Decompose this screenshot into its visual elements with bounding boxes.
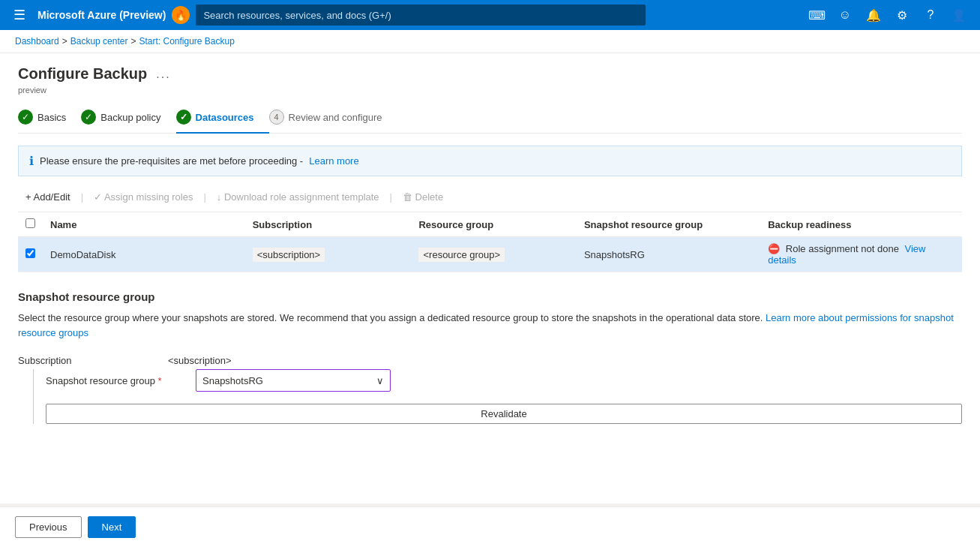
breadcrumb: Dashboard > Backup center > Start: Confi… (0, 30, 980, 53)
info-banner: ℹ Please ensure the pre-requisites are m… (18, 146, 962, 176)
breadcrumb-configure-backup[interactable]: Start: Configure Backup (139, 36, 234, 47)
required-indicator: * (158, 375, 162, 386)
cell-br: ⛔ Role assignment not done View details (760, 237, 962, 272)
assign-missing-roles-button[interactable]: ✓ Assign missing roles (86, 188, 200, 206)
backup-readiness-text: Role assignment not done (786, 243, 899, 254)
info-icon: ℹ (29, 154, 34, 168)
form-nested: Snapshot resource group * SnapshotsRG ∨ … (33, 369, 962, 424)
account-icon[interactable]: 👤 (946, 2, 973, 29)
step-backup-policy[interactable]: ✓ Backup policy (81, 104, 175, 134)
top-navigation: ☰ Microsoft Azure (Preview) 🔥 ⌨ ☺ 🔔 ⚙ ? … (0, 0, 980, 30)
col-header-name: Name (43, 212, 245, 237)
fire-icon: 🔥 (172, 6, 190, 24)
subscription-value: <subscription> (253, 248, 325, 262)
breadcrumb-backup-center[interactable]: Backup center (70, 36, 128, 47)
feedback-icon[interactable]: ☺ (832, 2, 859, 29)
cell-srg: SnapshotsRG (577, 237, 760, 272)
row-checkbox[interactable] (25, 248, 35, 258)
breadcrumb-sep2: > (130, 36, 136, 47)
search-input[interactable] (196, 5, 646, 26)
download-template-button[interactable]: ↓ Download role assignment template (209, 188, 387, 206)
nav-icons: ⌨ ☺ 🔔 ⚙ ? 👤 (803, 2, 973, 29)
page-title: Configure Backup (18, 65, 147, 83)
learn-more-link[interactable]: Learn more (309, 155, 358, 167)
step-basics[interactable]: ✓ Basics (18, 104, 81, 134)
table-row: DemoDataDisk <subscription> <resource gr… (18, 237, 962, 272)
col-header-srg: Snapshot resource group (577, 212, 760, 237)
toolbar-sep3: | (390, 191, 392, 203)
wizard-steps: ✓ Basics ✓ Backup policy ✓ Datasources 4… (18, 104, 962, 134)
breadcrumb-dashboard[interactable]: Dashboard (15, 36, 59, 47)
add-edit-button[interactable]: + Add/Edit (18, 188, 78, 206)
step1-label: Basics (37, 112, 66, 123)
snapshot-rg-row: Snapshot resource group * SnapshotsRG ∨ (46, 369, 962, 392)
col-header-rg: Resource group (411, 212, 576, 237)
cell-subscription: <subscription> (245, 237, 412, 272)
datasources-table: Name Subscription Resource group Snapsho… (18, 212, 962, 272)
step-datasources[interactable]: ✓ Datasources (176, 104, 269, 134)
subscription-row: Subscription <subscription> (18, 350, 962, 366)
subscription-value-display: <subscription> (168, 350, 232, 366)
chevron-down-icon: ∨ (376, 375, 384, 386)
cell-name: DemoDataDisk (43, 237, 245, 272)
snapshot-section-title: Snapshot resource group (18, 290, 962, 303)
revalidate-button[interactable]: Revalidate (46, 404, 962, 424)
step3-icon: ✓ (176, 110, 191, 125)
snapshot-rg-label: Snapshot resource group * (46, 375, 181, 386)
info-text: Please ensure the pre-requisites are met… (40, 155, 303, 167)
settings-icon[interactable]: ⚙ (889, 2, 916, 29)
step2-label: Backup policy (100, 112, 160, 123)
app-title: Microsoft Azure (Preview) (37, 9, 166, 21)
step2-icon: ✓ (81, 110, 96, 125)
col-header-subscription: Subscription (245, 212, 412, 237)
step4-label: Review and configure (289, 112, 382, 123)
delete-button[interactable]: 🗑 Delete (395, 188, 451, 206)
more-button[interactable]: ... (156, 68, 170, 81)
toolbar: + Add/Edit | ✓ Assign missing roles | ↓ … (18, 188, 962, 212)
cell-rg: <resource group> (411, 237, 576, 272)
select-all-checkbox[interactable] (25, 218, 35, 228)
snapshot-form: Subscription <subscription> Snapshot res… (18, 350, 962, 424)
col-header-br: Backup readiness (760, 212, 962, 237)
snapshot-desc-text: Select the resource group where your sna… (18, 312, 763, 323)
subscription-label: Subscription (18, 350, 153, 366)
rg-value: <resource group> (418, 248, 505, 262)
help-icon[interactable]: ? (917, 2, 944, 29)
hamburger-menu[interactable]: ☰ (7, 4, 31, 26)
snapshot-rg-value: SnapshotsRG (202, 375, 263, 386)
toolbar-sep1: | (81, 191, 83, 203)
snapshot-section-desc: Select the resource group where your sna… (18, 311, 962, 340)
breadcrumb-sep1: > (62, 36, 67, 47)
step3-label: Datasources (196, 112, 254, 123)
page-header: Configure Backup ... (18, 65, 962, 83)
step1-icon: ✓ (18, 110, 33, 125)
main-content: Configure Backup ... preview ✓ Basics ✓ … (0, 53, 980, 503)
step-review-configure[interactable]: 4 Review and configure (269, 104, 397, 134)
notifications-icon[interactable]: 🔔 (860, 2, 887, 29)
toolbar-sep2: | (203, 191, 205, 203)
step4-icon: 4 (269, 110, 284, 125)
error-icon: ⛔ (768, 243, 780, 254)
preview-badge: preview (18, 86, 962, 95)
snapshot-rg-dropdown[interactable]: SnapshotsRG ∨ (196, 369, 391, 392)
terminal-icon[interactable]: ⌨ (803, 2, 830, 29)
